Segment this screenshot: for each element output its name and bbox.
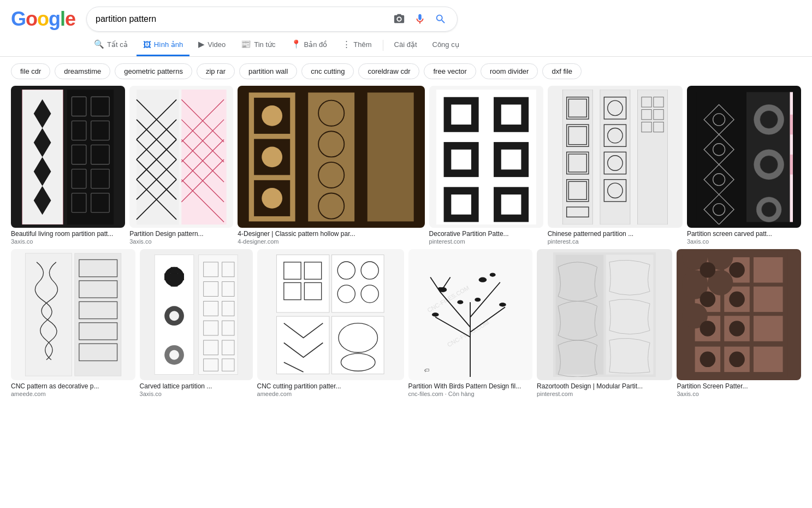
svg-point-131 <box>169 311 179 321</box>
svg-rect-192 <box>754 316 783 341</box>
camera-icon <box>393 13 405 25</box>
chip-coreldraw[interactable]: coreldraw cdr <box>358 63 419 79</box>
svg-rect-186 <box>754 257 783 282</box>
image-row-2: CNC pattern as decorative p... ameede.co… <box>11 249 801 397</box>
svg-point-204 <box>700 292 716 308</box>
card-12-title: Partition Screen Patter... <box>677 382 801 390</box>
image-card-11[interactable]: Razortooth Design | Modular Partit... pi… <box>537 249 672 397</box>
svg-point-173 <box>479 277 487 282</box>
card-4-source: pinterest.com <box>429 238 543 245</box>
chip-geometric[interactable]: geometric patterns <box>115 63 192 79</box>
card-3-source: 4-designer.com <box>238 238 424 245</box>
pattern-lattice <box>143 252 250 377</box>
svg-rect-96 <box>697 92 742 222</box>
svg-rect-129 <box>164 273 184 280</box>
pattern-circles <box>680 252 798 377</box>
image-grid: Beautiful living room partition patt... … <box>0 86 812 412</box>
chip-room-divider[interactable]: room divider <box>481 63 538 79</box>
svg-point-48 <box>262 146 282 167</box>
svg-point-133 <box>169 350 179 360</box>
tab-video[interactable]: ▶ Video <box>192 34 232 56</box>
svg-rect-70 <box>600 90 630 225</box>
tab-images[interactable]: 🖼 Hình ảnh <box>137 34 190 56</box>
svg-text:🏷: 🏷 <box>424 368 429 373</box>
pattern-floral-dark <box>240 87 423 227</box>
card-6-source: 3axis.co <box>687 238 801 245</box>
svg-rect-189 <box>754 287 783 312</box>
chip-dreamstime[interactable]: dreamstime <box>55 63 110 79</box>
svg-point-50 <box>262 188 282 209</box>
chip-free-vector[interactable]: free vector <box>424 63 476 79</box>
header: Google <box>0 0 812 32</box>
camera-search-button[interactable] <box>392 11 407 27</box>
image-card-10[interactable]: CNC-FILES.COM CNC-FILES.COM <box>408 249 533 397</box>
svg-point-46 <box>262 105 282 126</box>
card-2-title: Partition Design pattern... <box>129 230 233 238</box>
card-11-source: pinterest.com <box>537 391 672 397</box>
google-logo[interactable]: Google <box>11 8 75 31</box>
image-card-1[interactable]: Beautiful living room partition patt... … <box>11 86 125 245</box>
image-card-12[interactable]: Partition Screen Patter... 3axis.co <box>677 249 801 397</box>
search-button[interactable] <box>433 11 448 27</box>
tab-more[interactable]: ⋮ Thêm <box>336 34 378 56</box>
svg-point-205 <box>729 292 745 308</box>
mic-icon <box>414 13 426 25</box>
svg-rect-67 <box>501 194 521 215</box>
svg-point-111 <box>761 202 776 216</box>
card-7-source: ameede.com <box>11 391 135 397</box>
image-card-8[interactable]: Carved lattice partition ... 3axis.co <box>140 249 253 397</box>
tab-news[interactable]: 📰 Tin tức <box>234 34 282 56</box>
pattern-weave <box>132 90 231 225</box>
tab-tools[interactable]: Công cụ <box>426 35 466 56</box>
svg-point-0 <box>398 17 401 21</box>
svg-point-202 <box>700 262 716 278</box>
search-icons <box>392 11 448 27</box>
tab-maps[interactable]: 📍 Bản đồ <box>285 34 334 56</box>
chip-dxf-file[interactable]: dxf file <box>542 63 582 79</box>
image-card-3[interactable]: 4-Designer | Classic pattern hollow par.… <box>238 86 424 245</box>
image-card-7[interactable]: CNC pattern as decorative p... ameede.co… <box>11 249 135 397</box>
search-bar-container <box>86 7 458 32</box>
tab-all[interactable]: 🔍 Tất cả <box>87 34 134 56</box>
chip-zip-rar[interactable]: zip rar <box>197 63 235 79</box>
pattern-floral-black <box>690 90 798 225</box>
image-card-2[interactable]: Partition Design pattern... 3axis.co <box>129 86 233 245</box>
card-5-title: Chinese patterned partition ... <box>548 230 683 238</box>
svg-rect-20 <box>137 90 179 225</box>
card-11-title: Razortooth Design | Modular Partit... <box>537 382 672 390</box>
card-1-source: 3axis.co <box>11 238 125 245</box>
filter-chips: file cdr dreamstime geometric patterns z… <box>0 57 812 86</box>
svg-point-172 <box>438 287 443 290</box>
mic-button[interactable] <box>412 11 428 27</box>
chip-partition-wall[interactable]: partition wall <box>239 63 297 79</box>
search-input[interactable] <box>96 14 386 24</box>
image-card-9[interactable]: CNC cutting partition patter... ameede.c… <box>257 249 404 397</box>
search-bar <box>86 7 458 32</box>
maps-icon: 📍 <box>291 39 301 49</box>
svg-point-209 <box>729 352 745 368</box>
image-card-6[interactable]: Partition screen carved patt... 3axis.co <box>687 86 801 245</box>
chip-file-cdr[interactable]: file cdr <box>11 63 50 79</box>
image-card-5[interactable]: Chinese patterned partition ... pinteres… <box>548 86 683 245</box>
card-10-source: cnc-files.com · Còn hàng <box>408 391 533 397</box>
card-6-title: Partition screen carved patt... <box>687 230 801 238</box>
card-12-source: 3axis.co <box>677 391 801 397</box>
svg-point-174 <box>490 273 496 276</box>
chip-cnc-cutting[interactable]: cnc cutting <box>301 63 354 79</box>
svg-rect-182 <box>606 255 654 374</box>
svg-rect-63 <box>501 104 521 125</box>
nav-divider <box>383 40 383 51</box>
svg-rect-114 <box>790 154 793 174</box>
svg-rect-66 <box>451 194 471 215</box>
pattern-scroll <box>14 252 132 377</box>
image-card-4[interactable]: Decorative Partition Patte... pinterest.… <box>429 86 543 245</box>
svg-point-177 <box>458 300 464 304</box>
tab-settings[interactable]: Cài đặt <box>388 35 424 56</box>
pattern-organic <box>540 252 669 377</box>
card-1-title: Beautiful living room partition patt... <box>11 230 125 238</box>
svg-rect-31 <box>181 90 226 225</box>
news-icon: 📰 <box>241 39 251 49</box>
more-icon: ⋮ <box>342 39 351 49</box>
svg-rect-150 <box>332 316 384 374</box>
svg-point-175 <box>432 312 439 316</box>
